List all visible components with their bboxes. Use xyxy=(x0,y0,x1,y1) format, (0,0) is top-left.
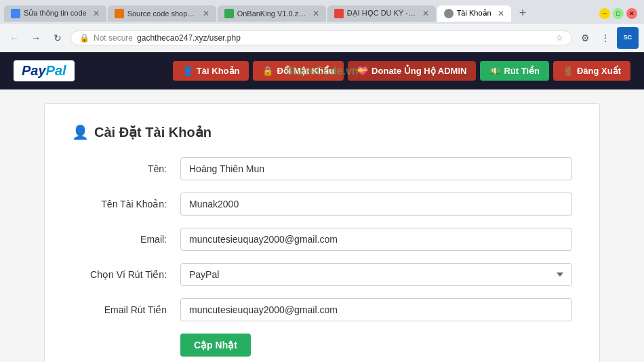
tab-4-icon xyxy=(334,9,344,18)
form-group-ten: Tên: xyxy=(72,157,572,180)
doi-mat-khau-button[interactable]: 🔒 Đổi Mật Khẩu xyxy=(253,61,344,81)
tab-3[interactable]: OnBanKing V1.0.zip - Fshare ✕ xyxy=(218,5,326,22)
settings-card: 👤 Cài Đặt Tài Khoản Tên: Tên Tài Khoản: … xyxy=(44,103,600,362)
input-email-rut-tien[interactable] xyxy=(180,298,572,321)
dang-xuat-button[interactable]: 🚪 Đăng Xuất xyxy=(553,61,630,81)
form-group-email-rut-tien: Email Rút Tiền xyxy=(72,298,572,321)
doi-mat-khau-icon: 🔒 xyxy=(262,66,273,76)
website-content: PayPal ShareCode.vn 👤 Tài Khoản 🔒 Đổi Mậ… xyxy=(0,52,644,362)
form-group-submit: Cập Nhật xyxy=(72,334,572,357)
paypal-logo: PayPal xyxy=(14,60,75,81)
update-button[interactable]: Cập Nhật xyxy=(180,334,251,357)
input-email[interactable] xyxy=(180,228,572,251)
star-icon[interactable]: ☆ xyxy=(556,33,563,43)
card-title-icon: 👤 xyxy=(72,124,89,140)
tab-3-close[interactable]: ✕ xyxy=(313,9,319,18)
label-email: Email: xyxy=(72,234,180,245)
browser-title-bar: Sửa thông tin code ✕ Source code shop ga… xyxy=(0,0,644,24)
label-email-rut-tien: Email Rút Tiền xyxy=(72,304,180,315)
close-button[interactable]: ✕ xyxy=(626,8,637,19)
new-tab-button[interactable]: + xyxy=(512,3,534,24)
main-content: 👤 Cài Đặt Tài Khoản Tên: Tên Tài Khoản: … xyxy=(0,89,644,362)
rut-tien-label: Rút Tiền xyxy=(504,66,540,76)
input-ten[interactable] xyxy=(180,157,572,180)
label-ten-tai-khoan: Tên Tài Khoản: xyxy=(72,199,180,209)
tai-khoan-button[interactable]: 👤 Tài Khoản xyxy=(173,61,249,81)
forward-button[interactable]: → xyxy=(27,29,45,47)
dang-xuat-label: Đăng Xuất xyxy=(577,66,621,76)
browser-nav-bar: ← → ↻ 🔒 Not secure gachthecao247.xyz/use… xyxy=(0,24,644,52)
form-group-email: Email: xyxy=(72,228,572,251)
tab-1-icon xyxy=(11,9,20,18)
site-header: PayPal ShareCode.vn 👤 Tài Khoản 🔒 Đổi Mậ… xyxy=(0,52,644,89)
form-group-ten-tai-khoan: Tên Tài Khoản: xyxy=(72,193,572,216)
donate-icon: 💝 xyxy=(357,66,368,76)
browser-actions: ⚙ ⋮ SC xyxy=(576,27,639,49)
tai-khoan-icon: 👤 xyxy=(182,66,193,76)
tab-5-close[interactable]: ✕ xyxy=(498,9,504,18)
tab-2-icon xyxy=(115,9,124,18)
address-bar[interactable]: 🔒 Not secure gachthecao247.xyz/user.php … xyxy=(71,31,572,45)
extensions-button[interactable]: ⚙ xyxy=(576,29,594,47)
doi-mat-khau-label: Đổi Mật Khẩu xyxy=(277,66,334,76)
lock-icon: 🔒 xyxy=(79,33,89,43)
paypal-logo-text: Pay xyxy=(22,63,46,78)
tab-4-label: ĐẠI HỌC DU KÝ - Kiếp Na... xyxy=(347,9,416,18)
sharecode-chrome-logo: SC xyxy=(617,27,639,49)
tab-2-close[interactable]: ✕ xyxy=(203,9,209,18)
tab-4-close[interactable]: ✕ xyxy=(422,9,429,18)
back-button[interactable]: ← xyxy=(5,29,23,47)
card-title-text: Cài Đặt Tài Khoản xyxy=(94,124,212,140)
tab-1-close[interactable]: ✕ xyxy=(93,9,100,18)
donate-label: Donate Ủng Hộ ADMIN xyxy=(371,66,466,76)
tab-3-icon xyxy=(224,9,234,18)
protocol-label: Not secure xyxy=(94,33,133,43)
label-chon-vi: Chọn Ví Rút Tiền: xyxy=(72,269,180,280)
tab-3-label: OnBanKing V1.0.zip - Fshare xyxy=(237,9,306,18)
tab-2[interactable]: Source code shop game thích ... ✕ xyxy=(108,5,216,22)
tab-5[interactable]: Tài Khoản ✕ xyxy=(437,5,511,22)
rut-tien-icon: 💵 xyxy=(489,66,500,76)
tab-1[interactable]: Sửa thông tin code ✕ xyxy=(4,5,106,22)
card-title: 👤 Cài Đặt Tài Khoản xyxy=(72,124,572,140)
dang-xuat-icon: 🚪 xyxy=(563,66,573,76)
refresh-button[interactable]: ↻ xyxy=(49,29,66,47)
tab-5-icon xyxy=(444,9,454,18)
tab-1-label: Sửa thông tin code xyxy=(24,9,87,18)
input-ten-tai-khoan[interactable] xyxy=(180,193,572,216)
rut-tien-button[interactable]: 💵 Rút Tiền xyxy=(480,61,549,81)
tab-5-label: Tài Khoản xyxy=(457,9,491,18)
browser-window: Sửa thông tin code ✕ Source code shop ga… xyxy=(0,0,644,52)
maximize-button[interactable]: □ xyxy=(613,8,624,19)
donate-button[interactable]: 💝 Donate Ủng Hộ ADMIN xyxy=(348,61,476,81)
url-display: gachthecao247.xyz/user.php xyxy=(137,33,552,43)
menu-button[interactable]: ⋮ xyxy=(597,29,614,47)
minimize-button[interactable]: ─ xyxy=(599,8,610,19)
label-ten: Tên: xyxy=(72,163,180,174)
tab-4[interactable]: ĐẠI HỌC DU KÝ - Kiếp Na... ✕ xyxy=(327,5,436,22)
select-chon-vi[interactable]: PayPal MoMo ViettelPay xyxy=(180,263,572,286)
tab-2-label: Source code shop game thích ... xyxy=(127,9,197,18)
form-group-chon-vi: Chọn Ví Rút Tiền: PayPal MoMo ViettelPay xyxy=(72,263,572,286)
header-nav-buttons: 👤 Tài Khoản 🔒 Đổi Mật Khẩu 💝 Donate Ủng … xyxy=(173,61,630,81)
tai-khoan-label: Tài Khoản xyxy=(197,66,240,76)
